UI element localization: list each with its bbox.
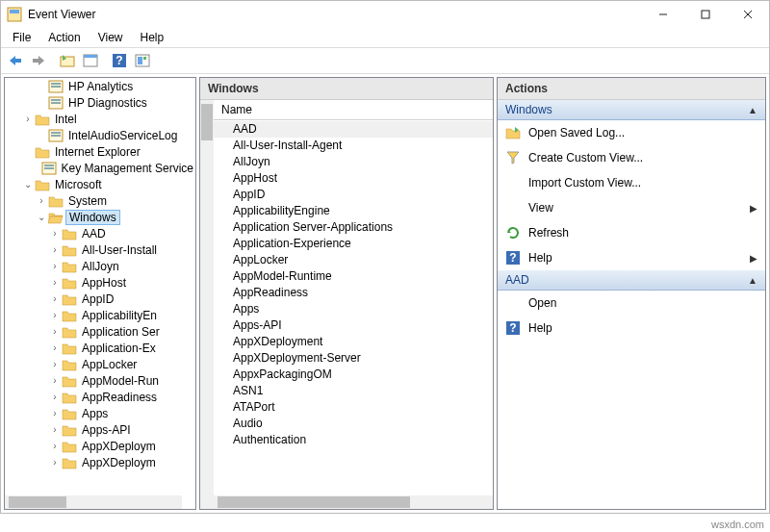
- list-item[interactable]: ATAPort: [214, 399, 493, 416]
- list-item[interactable]: Apps-API: [214, 317, 493, 334]
- back-button[interactable]: [5, 50, 26, 71]
- tree[interactable]: HP AnalyticsHP Diagnostics›IntelIntelAud…: [5, 78, 195, 495]
- list-item[interactable]: Apps: [214, 301, 493, 317]
- list-item[interactable]: AppHost: [214, 170, 493, 187]
- minimize-button[interactable]: [642, 1, 684, 28]
- expand-icon[interactable]: ›: [49, 228, 61, 239]
- list-item[interactable]: Audio: [214, 416, 493, 432]
- menu-help[interactable]: Help: [133, 29, 172, 46]
- list-item[interactable]: Authentication: [214, 432, 493, 448]
- list-item[interactable]: AllJoyn: [214, 154, 493, 170]
- titlebar: Event Viewer: [1, 1, 769, 28]
- expand-icon[interactable]: ›: [49, 359, 61, 369]
- list-item[interactable]: Application Server-Applications: [214, 219, 493, 236]
- action-item[interactable]: Import Custom View...: [498, 170, 765, 195]
- expand-icon[interactable]: ›: [22, 114, 34, 124]
- export-button[interactable]: [132, 50, 153, 71]
- tree-item[interactable]: ›AppReadiness: [5, 389, 195, 405]
- expand-icon[interactable]: ⌄: [22, 179, 34, 190]
- list-item[interactable]: Application-Experience: [214, 236, 493, 252]
- tree-item[interactable]: ›AllJoyn: [5, 258, 195, 274]
- tree-item[interactable]: IntelAudioServiceLog: [5, 127, 195, 143]
- expand-icon[interactable]: ›: [49, 342, 61, 353]
- properties-button[interactable]: [80, 50, 101, 71]
- action-item[interactable]: Open Saved Log...: [498, 120, 765, 145]
- list-item[interactable]: AppXDeployment: [214, 334, 493, 350]
- tree-hscroll[interactable]: [5, 495, 182, 509]
- list-item[interactable]: AppxPackagingOM: [214, 367, 493, 383]
- expand-icon[interactable]: ›: [49, 261, 61, 271]
- tree-item[interactable]: ⌄Windows: [5, 209, 195, 225]
- maximize-button[interactable]: [684, 1, 727, 28]
- expand-icon[interactable]: ›: [49, 375, 61, 386]
- action-label: Open: [528, 296, 556, 310]
- menu-view[interactable]: View: [90, 29, 131, 46]
- expand-icon[interactable]: ›: [49, 441, 61, 451]
- tree-item[interactable]: ›Application Ser: [5, 323, 195, 340]
- list-vscroll[interactable]: [200, 100, 214, 509]
- submenu-icon: ▶: [750, 203, 757, 214]
- tree-item[interactable]: ›AppLocker: [5, 356, 195, 372]
- tree-item[interactable]: ›AppHost: [5, 274, 195, 291]
- list-item[interactable]: AppLocker: [214, 252, 493, 268]
- tree-item[interactable]: HP Diagnostics: [5, 94, 195, 111]
- list-item[interactable]: AppID: [214, 187, 493, 203]
- help-button[interactable]: ?: [109, 50, 130, 71]
- menu-action[interactable]: Action: [40, 29, 88, 46]
- expand-icon[interactable]: ›: [49, 293, 61, 304]
- expand-icon[interactable]: ⌄: [36, 212, 47, 222]
- menu-file[interactable]: File: [5, 29, 38, 46]
- expand-icon[interactable]: ›: [49, 457, 61, 468]
- tree-item[interactable]: Internet Explorer: [5, 143, 195, 160]
- action-item[interactable]: Create Custom View...: [498, 145, 765, 170]
- tree-item[interactable]: ›AppModel-Run: [5, 372, 195, 389]
- list-item[interactable]: AAD: [214, 121, 493, 138]
- action-item[interactable]: Refresh: [498, 220, 765, 245]
- action-item[interactable]: ?Help: [498, 316, 765, 341]
- column-header-name[interactable]: Name: [214, 100, 493, 120]
- tree-item[interactable]: ›Application-Ex: [5, 340, 195, 356]
- tree-item[interactable]: ›AppXDeploym: [5, 438, 195, 454]
- action-item[interactable]: Open: [498, 291, 765, 316]
- close-button[interactable]: [727, 1, 769, 28]
- folder-icon: [35, 177, 50, 192]
- folder-icon: [62, 259, 77, 274]
- list-item[interactable]: AppReadiness: [214, 285, 493, 301]
- tree-item[interactable]: ⌄Microsoft: [5, 176, 195, 192]
- tree-item[interactable]: ›All-User-Install: [5, 241, 195, 258]
- tree-item[interactable]: ›AppXDeploym: [5, 454, 195, 470]
- expand-icon[interactable]: ›: [36, 195, 47, 206]
- list-items[interactable]: AADAll-User-Install-AgentAllJoynAppHostA…: [214, 121, 493, 495]
- tree-item[interactable]: ›AAD: [5, 225, 195, 241]
- list-item[interactable]: AppModel-Runtime: [214, 268, 493, 285]
- forward-button[interactable]: [28, 50, 49, 71]
- action-item[interactable]: View▶: [498, 195, 765, 220]
- actions-section-aad[interactable]: AAD▲: [498, 270, 765, 291]
- tree-item[interactable]: ›Apps-API: [5, 421, 195, 438]
- expand-icon[interactable]: ›: [49, 326, 61, 337]
- tree-item[interactable]: Key Management Service: [5, 160, 195, 176]
- expand-icon[interactable]: ›: [49, 244, 61, 255]
- expand-icon[interactable]: ›: [49, 392, 61, 402]
- expand-icon[interactable]: ›: [49, 277, 61, 288]
- tree-item[interactable]: HP Analytics: [5, 78, 195, 94]
- tree-item-label: HP Diagnostics: [66, 96, 149, 110]
- tree-item[interactable]: ›Apps: [5, 405, 195, 421]
- expand-icon[interactable]: ›: [49, 310, 61, 320]
- list-item[interactable]: ApplicabilityEngine: [214, 203, 493, 219]
- action-item[interactable]: ?Help▶: [498, 245, 765, 270]
- show-hide-tree-button[interactable]: [57, 50, 78, 71]
- expand-icon[interactable]: ›: [49, 408, 61, 418]
- tree-item[interactable]: ›ApplicabilityEn: [5, 307, 195, 323]
- list-item[interactable]: ASN1: [214, 383, 493, 399]
- folder-icon: [62, 406, 77, 421]
- tree-item[interactable]: ›Intel: [5, 111, 195, 127]
- filter-icon: [505, 150, 521, 165]
- expand-icon[interactable]: ›: [49, 424, 61, 435]
- list-item[interactable]: All-User-Install-Agent: [214, 138, 493, 154]
- tree-item[interactable]: ›AppID: [5, 291, 195, 307]
- actions-section-windows[interactable]: Windows▲: [498, 100, 765, 120]
- tree-item[interactable]: ›System: [5, 192, 195, 209]
- list-hscroll[interactable]: [214, 495, 493, 509]
- list-item[interactable]: AppXDeployment-Server: [214, 350, 493, 367]
